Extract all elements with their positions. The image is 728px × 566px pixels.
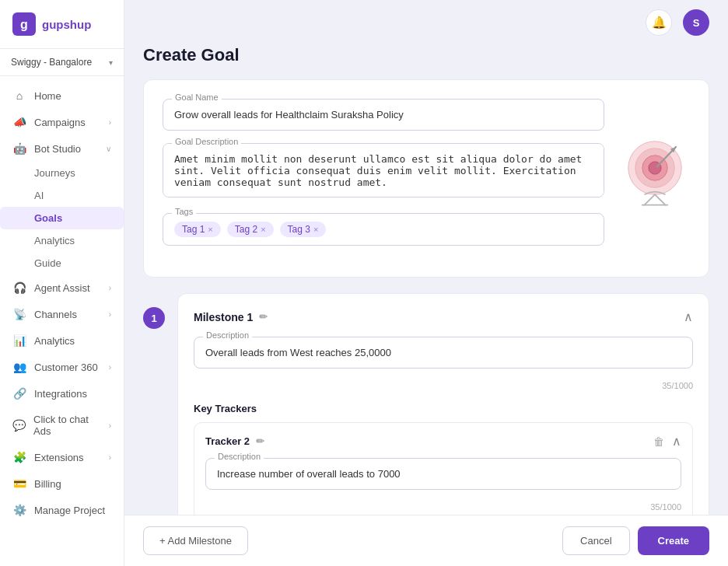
sidebar-item-billing[interactable]: 💳 Billing bbox=[0, 470, 124, 497]
sidebar-item-label: Click to chat Ads bbox=[33, 414, 101, 437]
tags-label: Tags bbox=[172, 207, 196, 216]
bot-studio-icon: 🤖 bbox=[12, 142, 26, 155]
avatar[interactable]: S bbox=[683, 9, 709, 36]
notification-bell-button[interactable]: 🔔 bbox=[646, 9, 672, 36]
tracker-edit-icon[interactable]: ✏ bbox=[256, 435, 264, 447]
tracker-collapse-icon[interactable]: ∧ bbox=[672, 434, 681, 449]
integrations-icon: 🔗 bbox=[12, 387, 26, 400]
tag-label: Tag 1 bbox=[182, 224, 205, 235]
tracker-description-field: Description bbox=[205, 458, 681, 490]
milestone-edit-icon[interactable]: ✏ bbox=[259, 311, 268, 323]
bell-icon: 🔔 bbox=[652, 16, 667, 30]
journeys-label: Journeys bbox=[34, 167, 75, 179]
sidebar-item-channels[interactable]: 📡 Channels › bbox=[0, 301, 124, 327]
chevron-right-icon: › bbox=[109, 310, 111, 319]
tracker-2-title-text: Tracker 2 bbox=[205, 435, 250, 447]
billing-icon: 💳 bbox=[12, 477, 26, 490]
sidebar-item-analytics[interactable]: 📊 Analytics bbox=[0, 327, 124, 354]
tracker-description-input[interactable] bbox=[205, 458, 681, 490]
tracker-2-actions: 🗑 ∧ bbox=[653, 434, 681, 449]
customer360-icon: 👥 bbox=[12, 361, 26, 373]
milestone-collapse-icon[interactable]: ∧ bbox=[684, 309, 693, 324]
sidebar-item-goals[interactable]: Goals bbox=[0, 207, 124, 229]
main-content: 🔔 S Create Goal bbox=[124, 0, 728, 566]
milestone-1-title-text: Milestone 1 bbox=[194, 311, 253, 323]
sidebar-item-customer360[interactable]: 👥 Customer 360 › bbox=[0, 354, 124, 380]
manage-project-icon: ⚙️ bbox=[12, 504, 26, 516]
ai-label: AI bbox=[34, 190, 44, 201]
tag-remove-button[interactable]: × bbox=[208, 225, 212, 234]
milestone-1-number: 1 bbox=[143, 307, 165, 329]
tags-field-group: Tags Tag 1 × Tag 2 × Tag 3 × bbox=[163, 213, 690, 246]
chevron-right-icon: › bbox=[109, 118, 111, 127]
sidebar: g gupshup Swiggy - Bangalore ▾ ⌂ Home 📣 … bbox=[0, 0, 124, 566]
sidebar-item-label: Home bbox=[34, 90, 61, 102]
sidebar-item-label: Extensions bbox=[34, 452, 84, 463]
goal-description-label: Goal Description bbox=[172, 137, 241, 146]
chevron-right-icon: › bbox=[109, 284, 111, 292]
page-title: Create Goal bbox=[143, 45, 709, 65]
sidebar-logo: g gupshup bbox=[0, 0, 124, 49]
tag-item: Tag 2 × bbox=[227, 222, 274, 237]
key-trackers-label: Key Trackers bbox=[194, 403, 693, 414]
tag-item: Tag 3 × bbox=[280, 222, 327, 237]
tag-label: Tag 3 bbox=[288, 224, 310, 235]
workspace-selector[interactable]: Swiggy - Bangalore ▾ bbox=[0, 49, 124, 76]
tags-container[interactable]: Tag 1 × Tag 2 × Tag 3 × bbox=[163, 213, 604, 246]
sidebar-item-analytics[interactable]: Analytics bbox=[0, 229, 124, 252]
cancel-label: Cancel bbox=[580, 535, 611, 547]
goals-label: Goals bbox=[34, 212, 62, 224]
goal-description-field: Goal Description bbox=[163, 143, 690, 201]
chevron-right-icon: › bbox=[109, 453, 111, 462]
milestone-1-title: Milestone 1 ✏ bbox=[194, 311, 268, 323]
add-milestone-label: + Add Milestone bbox=[159, 535, 232, 547]
chevron-right-icon: › bbox=[109, 421, 111, 430]
milestone-description-field: Description bbox=[194, 337, 693, 369]
extensions-icon: 🧩 bbox=[12, 451, 26, 463]
sidebar-item-integrations[interactable]: 🔗 Integrations bbox=[0, 380, 124, 407]
sidebar-item-guide[interactable]: Guide bbox=[0, 252, 124, 274]
tag-label: Tag 2 bbox=[235, 224, 257, 235]
add-milestone-button[interactable]: + Add Milestone bbox=[143, 526, 248, 555]
sidebar-item-label: Manage Project bbox=[34, 505, 105, 516]
cancel-button[interactable]: Cancel bbox=[562, 526, 629, 555]
tag-remove-button[interactable]: × bbox=[261, 225, 265, 234]
bot-studio-subnav: Journeys AI Goals Analytics Guide bbox=[0, 162, 124, 274]
goal-name-input[interactable] bbox=[163, 99, 604, 131]
sidebar-nav: ⌂ Home 📣 Campaigns › 🤖 Bot Studio ∨ Jour… bbox=[0, 76, 124, 566]
tracker-description-label: Description bbox=[215, 452, 264, 461]
tag-remove-button[interactable]: × bbox=[313, 225, 318, 234]
chevron-down-icon: ∨ bbox=[106, 145, 111, 153]
sidebar-item-click-to-chat[interactable]: 💬 Click to chat Ads › bbox=[0, 407, 124, 444]
guide-label: Guide bbox=[34, 257, 61, 269]
agent-assist-icon: 🎧 bbox=[12, 281, 26, 294]
sidebar-item-campaigns[interactable]: 📣 Campaigns › bbox=[0, 109, 124, 135]
home-icon: ⌂ bbox=[12, 89, 26, 102]
tracker-delete-icon[interactable]: 🗑 bbox=[653, 435, 664, 448]
milestone-1-header: Milestone 1 ✏ ∧ bbox=[194, 309, 693, 324]
chevron-down-icon: ▾ bbox=[109, 58, 113, 67]
create-button[interactable]: Create bbox=[638, 526, 709, 555]
sidebar-item-label: Channels bbox=[34, 309, 77, 320]
sidebar-item-bot-studio[interactable]: 🤖 Bot Studio ∨ bbox=[0, 135, 124, 162]
milestone-description-label: Description bbox=[203, 330, 252, 340]
sidebar-item-agent-assist[interactable]: 🎧 Agent Assist › bbox=[0, 274, 124, 301]
create-label: Create bbox=[658, 535, 689, 547]
sidebar-item-journeys[interactable]: Journeys bbox=[0, 162, 124, 184]
click-to-chat-icon: 💬 bbox=[12, 419, 26, 431]
bottom-right-actions: Cancel Create bbox=[562, 526, 709, 555]
sidebar-item-home[interactable]: ⌂ Home bbox=[0, 82, 124, 109]
milestone-char-count: 35/1000 bbox=[194, 381, 693, 390]
sidebar-item-manage-project[interactable]: ⚙️ Manage Project bbox=[0, 497, 124, 523]
sidebar-item-ai[interactable]: AI bbox=[0, 184, 124, 207]
chevron-right-icon: › bbox=[109, 363, 111, 372]
goal-description-input[interactable] bbox=[163, 143, 604, 197]
sidebar-item-extensions[interactable]: 🧩 Extensions › bbox=[0, 444, 124, 470]
tracker-2-header: Tracker 2 ✏ 🗑 ∧ bbox=[205, 434, 681, 449]
goal-form-card: Goal Name Goal Description Tags Tag 1 × … bbox=[143, 79, 709, 278]
campaigns-icon: 📣 bbox=[12, 116, 26, 128]
topbar: 🔔 S bbox=[124, 0, 728, 45]
milestone-description-input[interactable] bbox=[194, 337, 693, 369]
goal-name-label: Goal Name bbox=[172, 93, 222, 102]
sidebar-item-label: Billing bbox=[34, 478, 61, 490]
